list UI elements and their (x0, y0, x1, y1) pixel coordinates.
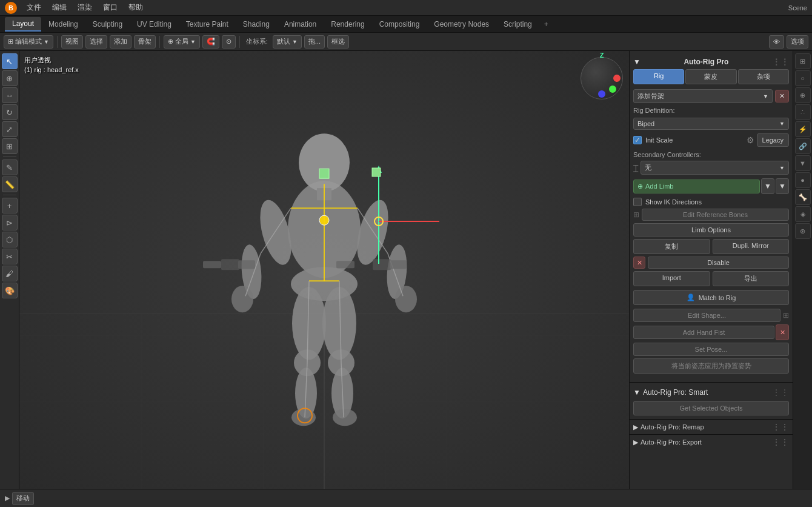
global-icon: ⊕ (168, 38, 173, 45)
set-pose-btn[interactable]: Set Pose... (633, 343, 789, 356)
tab-compositing[interactable]: Compositing (372, 18, 427, 31)
copy-btn[interactable]: 复制 (633, 239, 710, 254)
coord-dropdown[interactable]: 默认 ▼ (273, 35, 302, 49)
import-btn[interactable]: Import (633, 271, 710, 286)
tool-transform[interactable]: ⊞ (2, 138, 18, 154)
smart-dots: ⋮⋮ (772, 388, 789, 397)
tab-scripting[interactable]: Scripting (496, 18, 539, 31)
tool-rotate[interactable]: ↻ (2, 104, 18, 120)
add-hand-btn[interactable]: Add Hand Fist (633, 326, 774, 339)
proportional-btn[interactable]: ⊙ (222, 35, 236, 49)
move-label[interactable]: 移动 (12, 492, 34, 505)
menu-file[interactable]: 文件 (22, 1, 46, 14)
export-section[interactable]: ▶ Auto-Rig Pro: Export ⋮⋮ (630, 434, 793, 449)
viewport[interactable]: 用户透视 (1) rig : head_ref.x Z (19, 51, 629, 489)
tool-measure[interactable]: 📏 (2, 176, 18, 192)
tab-rendering[interactable]: Rendering (324, 18, 371, 31)
fr-modifier[interactable]: ⊕ (795, 87, 811, 103)
fr-object[interactable]: ○ (795, 70, 811, 86)
fr-armature[interactable]: 🦴 (795, 189, 811, 205)
init-scale-checkbox[interactable]: ✓ (633, 136, 642, 144)
legacy-row: ⚙ Legacy (747, 133, 789, 147)
box-select-btn[interactable]: 框选 (327, 35, 349, 49)
overlay-btn[interactable]: 👁 (769, 35, 784, 49)
tab-shading[interactable]: Shading (236, 18, 277, 31)
fr-particles[interactable]: ∴ (795, 104, 811, 120)
disable-btn[interactable]: Disable (648, 257, 789, 269)
edit-ref-btn[interactable]: Edit Reference Bones (642, 209, 789, 221)
rig-def-dropdown[interactable]: Biped ▼ (633, 118, 789, 130)
options-btn[interactable]: 选项 (787, 35, 808, 49)
nav-gizmo[interactable]: Z (581, 57, 623, 99)
tab-layout[interactable]: Layout (5, 17, 41, 32)
add-limb-expand[interactable]: ▼ (761, 178, 774, 194)
get-selected-btn[interactable]: Get Selected Objects (633, 401, 789, 415)
tool-loopcut[interactable]: ⬡ (2, 232, 18, 247)
tab-animation[interactable]: Animation (277, 18, 324, 31)
snap-btn[interactable]: 🧲 (202, 35, 219, 49)
fr-boneconstraint[interactable]: ⊛ (795, 223, 811, 239)
current-pose-btn[interactable]: 将当前姿态应用为静置姿势 (633, 358, 789, 374)
tool-paint[interactable]: 🎨 (2, 283, 18, 298)
svg-point-19 (395, 286, 417, 312)
menu-help[interactable]: 帮助 (124, 1, 148, 14)
bone-menu[interactable]: 骨架 (134, 35, 156, 49)
legacy-btn[interactable]: Legacy (757, 133, 789, 147)
smart-section: ▼ Auto-Rig Pro: Smart ⋮⋮ Get Selected Ob… (630, 382, 793, 419)
add-limb-btn[interactable]: ⊕ Add Limb (633, 180, 760, 193)
smart-collapse[interactable]: ▼ (633, 388, 641, 397)
select-menu[interactable]: 选择 (85, 35, 107, 49)
fr-bone[interactable]: ◈ (795, 206, 811, 222)
tab-texture-paint[interactable]: Texture Paint (179, 18, 236, 31)
tab-modeling[interactable]: Modeling (41, 18, 85, 31)
disable-x-btn[interactable]: ✕ (633, 257, 645, 269)
tool-annotate[interactable]: ✎ (2, 159, 18, 175)
add-menu[interactable]: 添加 (110, 35, 131, 49)
add-limb-expand2[interactable]: ▼ (776, 178, 789, 194)
tool-sculpt[interactable]: 🖌 (2, 266, 18, 281)
tool-scale[interactable]: ⤢ (2, 121, 18, 137)
nav-y-minus[interactable] (609, 86, 616, 93)
menu-render[interactable]: 渲染 (73, 1, 97, 14)
tool-extrude[interactable]: ⊳ (2, 215, 18, 230)
tool-add[interactable]: + (2, 198, 18, 213)
tab-rig[interactable]: Rig (633, 69, 684, 84)
fr-physics[interactable]: ⚡ (795, 121, 811, 137)
nav-z-bottom[interactable] (598, 90, 605, 98)
tool-select[interactable]: ↖ (2, 53, 18, 69)
init-scale-label: Init Scale (645, 136, 673, 144)
tab-uv-editing[interactable]: UV Editing (130, 18, 179, 31)
export-btn[interactable]: 导出 (713, 271, 790, 286)
global-dropdown[interactable]: ⊕ 全局 ▼ (164, 35, 200, 49)
tab-mesh[interactable]: 蒙皮 (685, 69, 736, 84)
arp-collapse-arrow[interactable]: ▼ (633, 58, 641, 66)
view-menu[interactable]: 视图 (61, 35, 83, 49)
tab-sculpting[interactable]: Sculpting (85, 18, 130, 31)
match-rig-btn[interactable]: 👤 Match to Rig (633, 290, 789, 305)
nav-x-minus[interactable] (613, 75, 621, 82)
mode-dropdown[interactable]: ⊞ 编辑模式 ▼ (4, 35, 53, 49)
fr-constraints[interactable]: 🔗 (795, 138, 811, 154)
fr-scene[interactable]: ⊞ (795, 53, 811, 69)
remap-section[interactable]: ▶ Auto-Rig Pro: Remap ⋮⋮ (630, 419, 793, 434)
menu-window[interactable]: 窗口 (98, 1, 122, 14)
tool-move[interactable]: ↔ (2, 87, 18, 103)
add-armature-dropdown[interactable]: 添加骨架 ▼ (633, 89, 773, 103)
tool-cursor[interactable]: ⊕ (2, 70, 18, 86)
fr-data[interactable]: ▼ (795, 155, 811, 171)
limb-options-btn[interactable]: Limb Options (633, 223, 789, 237)
fr-material[interactable]: ● (795, 172, 811, 188)
add-armature-close[interactable]: ✕ (775, 90, 789, 102)
menu-edit[interactable]: 编辑 (47, 1, 72, 14)
dupli-mirror-btn[interactable]: Dupli. Mirror (713, 239, 790, 254)
drag-btn[interactable]: 拖... (304, 35, 325, 49)
tab-add[interactable]: + (539, 18, 553, 31)
add-hand-close[interactable]: ✕ (776, 324, 789, 340)
ik-checkbox[interactable] (633, 198, 642, 206)
tool-knife[interactable]: ✂ (2, 249, 18, 264)
tab-misc[interactable]: 杂项 (738, 69, 789, 84)
sec-ctrl-dropdown[interactable]: 无 ▼ (641, 161, 789, 175)
edit-shape-btn[interactable]: Edit Shape... (633, 309, 780, 322)
nav-sphere[interactable]: Z (581, 57, 623, 99)
tab-geometry-nodes[interactable]: Geometry Nodes (427, 18, 496, 31)
